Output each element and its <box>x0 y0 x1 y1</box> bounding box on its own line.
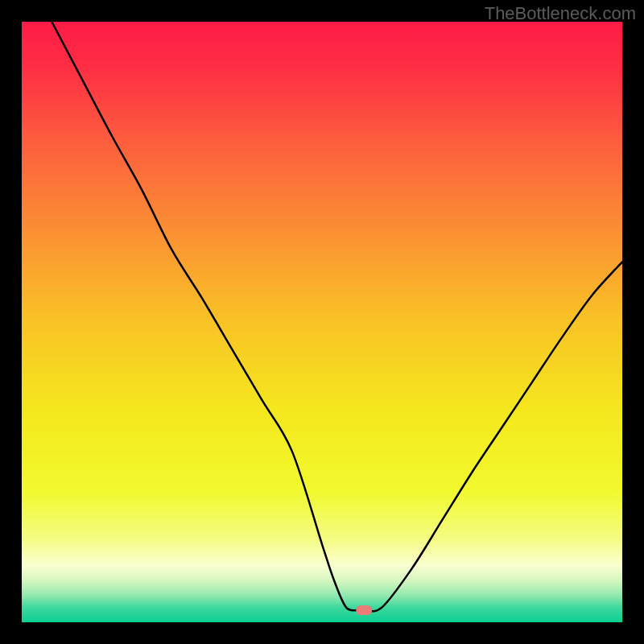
bottleneck-chart: TheBottleneck.com <box>0 0 644 644</box>
watermark-text: TheBottleneck.com <box>485 3 636 24</box>
chart-svg <box>0 0 644 644</box>
chart-gradient-bg <box>22 22 622 622</box>
optimum-marker <box>356 605 372 615</box>
